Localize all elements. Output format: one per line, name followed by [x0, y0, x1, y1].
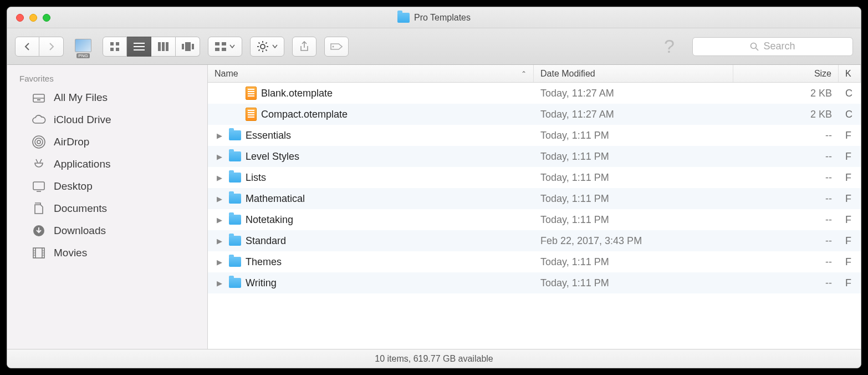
toolbar: PNG [7, 28, 861, 65]
tags-button[interactable] [324, 37, 349, 57]
file-row[interactable]: ▶ListsToday, 1:11 PM--F [208, 167, 861, 188]
file-row[interactable]: ▶Level StylesToday, 1:11 PM--F [208, 146, 861, 167]
file-size: -- [733, 277, 839, 289]
column-header-kind[interactable]: K [839, 65, 861, 82]
folder-icon [229, 236, 241, 246]
column-header-date[interactable]: Date Modified [534, 65, 733, 82]
help-button[interactable]: ? [654, 36, 685, 57]
folder-icon [229, 194, 241, 204]
disclosure-triangle-icon[interactable]: ▶ [215, 153, 224, 161]
svg-rect-11 [185, 42, 191, 51]
sidebar-item-label: Applications [54, 158, 110, 170]
file-row[interactable]: ▶EssentialsToday, 1:11 PM--F [208, 125, 861, 146]
file-date: Today, 1:11 PM [534, 256, 733, 268]
minimize-window-button[interactable] [29, 14, 37, 22]
share-button[interactable] [292, 37, 316, 57]
disclosure-triangle-icon[interactable]: ▶ [215, 195, 224, 203]
svg-rect-34 [33, 182, 44, 190]
search-field[interactable]: Search [692, 37, 853, 56]
file-row[interactable]: ▶MathematicalToday, 1:11 PM--F [208, 188, 861, 209]
sidebar-item-documents[interactable]: Documents [7, 197, 207, 220]
svg-rect-5 [134, 46, 145, 47]
svg-rect-12 [192, 44, 194, 49]
action-button[interactable] [250, 37, 284, 57]
coverflow-view-button[interactable] [176, 37, 200, 57]
file-row[interactable]: Compact.otemplateToday, 11:27 AM2 KBC [208, 104, 861, 125]
file-name: Essentials [246, 130, 291, 141]
sidebar-item-icloud[interactable]: iCloud Drive [7, 109, 207, 131]
svg-rect-3 [116, 48, 119, 51]
zoom-window-button[interactable] [43, 14, 50, 22]
column-header-name[interactable]: Name ⌃ [208, 65, 534, 82]
arrange-button[interactable] [208, 37, 242, 57]
grid-icon [110, 42, 120, 52]
file-kind: F [839, 151, 861, 163]
list-view-button[interactable] [127, 37, 151, 57]
disclosure-triangle-icon[interactable]: ▶ [215, 237, 224, 245]
file-row[interactable]: ▶ThemesToday, 1:11 PM--F [208, 251, 861, 272]
sidebar-item-label: iCloud Drive [54, 114, 111, 126]
svg-point-27 [751, 43, 757, 48]
sidebar-item-downloads[interactable]: Downloads [7, 220, 207, 242]
file-row[interactable]: ▶NotetakingToday, 1:11 PM--F [208, 209, 861, 230]
svg-point-31 [37, 140, 40, 144]
file-row[interactable]: ▶WritingToday, 1:11 PM--F [208, 272, 861, 293]
file-size: -- [733, 151, 839, 163]
sidebar-item-all-my-files[interactable]: All My Files [7, 87, 207, 109]
downloads-icon [32, 225, 46, 237]
svg-rect-15 [215, 48, 219, 51]
file-rows: Blank.otemplateToday, 11:27 AM2 KBCCompa… [208, 83, 861, 349]
back-button[interactable] [15, 37, 39, 57]
sidebar-item-applications[interactable]: Applications [7, 153, 207, 175]
close-window-button[interactable] [16, 14, 24, 22]
arrange-icon [215, 42, 226, 51]
sidebar-item-desktop[interactable]: Desktop [7, 175, 207, 197]
file-kind: F [839, 130, 861, 141]
file-name: Lists [246, 172, 266, 184]
tag-icon [330, 42, 343, 52]
sidebar-item-airdrop[interactable]: AirDrop [7, 131, 207, 153]
file-size: -- [733, 172, 839, 184]
svg-rect-16 [222, 48, 226, 51]
disclosure-triangle-icon[interactable]: ▶ [215, 258, 224, 266]
file-date: Today, 1:11 PM [534, 130, 733, 141]
folder-icon [229, 257, 241, 267]
sidebar-item-label: Movies [54, 247, 87, 259]
file-row[interactable]: ▶StandardFeb 22, 2017, 3:43 PM--F [208, 230, 861, 251]
folder-icon [397, 13, 410, 23]
file-proxy-icon[interactable]: PNG [72, 35, 95, 58]
column-header-size[interactable]: Size [733, 65, 839, 82]
file-kind: C [839, 109, 861, 120]
svg-rect-0 [110, 42, 114, 45]
disclosure-triangle-icon[interactable]: ▶ [215, 131, 224, 140]
disclosure-triangle-icon[interactable]: ▶ [215, 174, 224, 182]
status-text: 10 items, 619.77 GB available [375, 354, 493, 364]
file-name: Standard [246, 235, 286, 247]
png-label: PNG [76, 53, 89, 58]
coverflow-icon [182, 42, 194, 51]
icon-view-button[interactable] [103, 37, 127, 57]
icloud-icon [32, 114, 46, 126]
search-placeholder: Search [763, 40, 795, 52]
svg-rect-4 [134, 43, 145, 44]
share-icon [299, 41, 309, 52]
forward-button[interactable] [39, 37, 64, 57]
file-size: -- [733, 193, 839, 205]
view-mode-buttons [103, 37, 200, 57]
sort-ascending-icon: ⌃ [521, 70, 527, 78]
file-size: -- [733, 214, 839, 226]
sidebar-item-label: All My Files [54, 92, 108, 104]
window-controls [7, 14, 50, 22]
column-view-button[interactable] [151, 37, 176, 57]
folder-icon [229, 151, 241, 161]
sidebar-item-movies[interactable]: Movies [7, 242, 207, 264]
svg-rect-14 [222, 42, 226, 45]
desktop-icon [32, 180, 46, 192]
disclosure-triangle-icon[interactable]: ▶ [215, 279, 224, 287]
file-name: Blank.otemplate [261, 88, 333, 99]
svg-rect-30 [37, 99, 40, 100]
file-row[interactable]: Blank.otemplateToday, 11:27 AM2 KBC [208, 83, 861, 104]
sidebar-item-label: Documents [54, 202, 107, 215]
svg-rect-7 [158, 42, 161, 51]
disclosure-triangle-icon[interactable]: ▶ [215, 216, 224, 224]
